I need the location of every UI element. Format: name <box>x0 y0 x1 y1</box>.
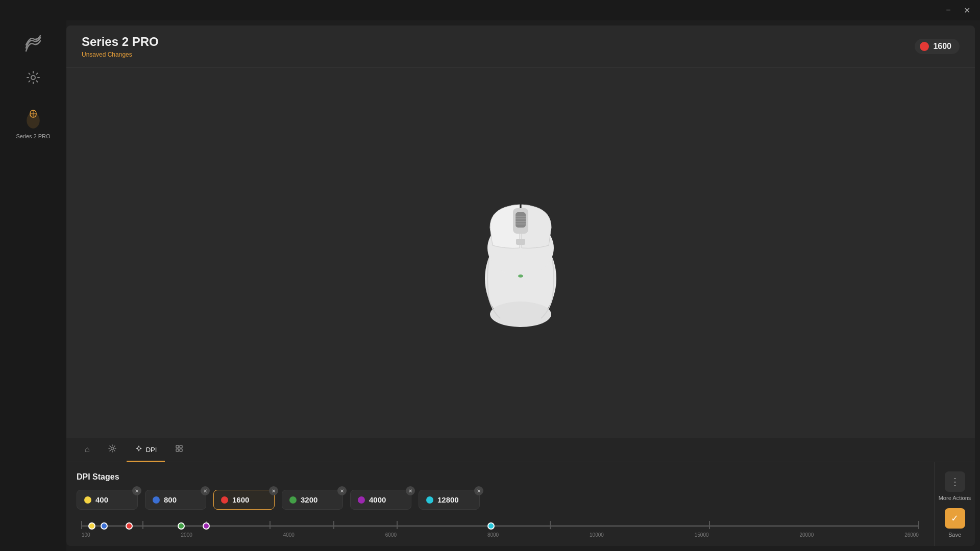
slider-label-15000: 15000 <box>695 532 709 538</box>
mouse-preview <box>66 68 975 438</box>
save-icon: ✓ <box>945 508 965 529</box>
right-panel: ⋮ More Actions ✓ Save <box>934 462 975 546</box>
dpi-stage-4[interactable]: 3200 ✕ <box>282 490 343 510</box>
dpi-slider-section: 100 2000 4000 6000 8000 10000 15000 2000… <box>77 525 924 546</box>
tick-4 <box>333 521 334 529</box>
dpi-main-content: DPI Stages 400 ✕ <box>66 462 934 546</box>
tick-6 <box>550 521 551 529</box>
svg-point-14 <box>490 302 551 327</box>
title-bar: − ✕ <box>0 0 980 20</box>
dpi-value-4: 3200 <box>301 495 326 504</box>
slider-label-2000: 2000 <box>181 532 192 538</box>
sidebar: Series 2 PRO <box>0 20 66 551</box>
svg-point-15 <box>518 274 523 278</box>
dpi-dot-2 <box>153 496 160 504</box>
svg-rect-17 <box>176 445 179 448</box>
dpi-dot-5 <box>358 496 365 504</box>
svg-rect-13 <box>516 239 525 245</box>
unsaved-changes: Unsaved Changes <box>82 51 159 58</box>
dpi-stage-2[interactable]: 800 ✕ <box>145 490 206 510</box>
dpi-remove-5[interactable]: ✕ <box>406 486 415 495</box>
device-label: Series 2 PRO <box>16 133 50 140</box>
more-actions-icon: ⋮ <box>945 471 965 492</box>
slider-label-26000: 26000 <box>904 532 919 538</box>
svg-rect-18 <box>180 445 182 448</box>
tick-5 <box>397 521 398 529</box>
tab-dpi[interactable]: DPI <box>127 438 165 462</box>
svg-rect-19 <box>176 449 179 452</box>
sidebar-device[interactable]: Series 2 PRO <box>16 105 50 140</box>
dpi-remove-1[interactable]: ✕ <box>132 486 141 495</box>
dpi-dot-3 <box>221 496 228 504</box>
svg-point-0 <box>31 76 35 80</box>
home-icon: ⌂ <box>85 445 90 454</box>
mouse-illustration <box>464 177 577 330</box>
tick-8 <box>918 521 919 529</box>
dpi-dot-1 <box>84 496 91 504</box>
slider-dot-800[interactable] <box>101 522 108 530</box>
tick-1 <box>142 521 143 529</box>
tick-0 <box>81 521 82 529</box>
save-button[interactable]: ✓ Save <box>945 508 965 538</box>
bottom-row: DPI Stages 400 ✕ <box>66 462 975 546</box>
dpi-dot-6 <box>426 496 433 504</box>
tab-bar: ⌂ <box>66 438 975 462</box>
sidebar-logo[interactable] <box>21 31 45 55</box>
svg-point-16 <box>111 447 113 450</box>
dpi-value-5: 4000 <box>369 495 395 504</box>
minimize-button[interactable]: − <box>941 3 955 17</box>
macros-icon <box>175 444 183 455</box>
slider-label-10000: 10000 <box>590 532 604 538</box>
dpi-stage-1[interactable]: 400 ✕ <box>77 490 138 510</box>
dpi-indicator-dot <box>920 42 929 51</box>
more-actions-button[interactable]: ⋮ More Actions <box>939 471 971 501</box>
tab-home[interactable]: ⌂ <box>77 439 98 461</box>
dpi-stage-6[interactable]: 12800 ✕ <box>419 490 480 510</box>
close-button[interactable]: ✕ <box>960 3 974 17</box>
window-controls: − ✕ <box>941 3 974 17</box>
dpi-remove-3[interactable]: ✕ <box>269 486 278 495</box>
main-layout: Series 2 PRO Series 2 PRO Unsaved Change… <box>0 20 980 551</box>
device-icon <box>21 105 45 130</box>
slider-label-8000: 8000 <box>487 532 499 538</box>
more-actions-label: More Actions <box>939 495 971 501</box>
dpi-remove-6[interactable]: ✕ <box>474 486 483 495</box>
device-header: Series 2 PRO Unsaved Changes 1600 <box>66 26 975 68</box>
sidebar-settings[interactable] <box>21 65 45 90</box>
save-label: Save <box>948 532 961 538</box>
app-window: − ✕ <box>0 0 980 551</box>
slider-dot-3200[interactable] <box>178 522 185 530</box>
dpi-value-1: 400 <box>95 495 121 504</box>
tab-settings[interactable] <box>100 438 125 462</box>
slider-label-20000: 20000 <box>799 532 814 538</box>
tick-3 <box>270 521 271 529</box>
content-area: Series 2 PRO Unsaved Changes 1600 <box>66 26 975 546</box>
dpi-tab-label: DPI <box>146 446 157 454</box>
dpi-slider-labels: 100 2000 4000 6000 8000 10000 15000 2000… <box>82 532 919 538</box>
dpi-remove-2[interactable]: ✕ <box>201 486 210 495</box>
dpi-icon <box>135 444 143 455</box>
dpi-slider-track[interactable] <box>82 525 919 527</box>
device-header-left: Series 2 PRO Unsaved Changes <box>82 35 159 58</box>
dpi-stage-3[interactable]: 1600 ✕ <box>213 490 275 510</box>
settings-tab-icon <box>108 444 116 455</box>
dpi-stage-5[interactable]: 4000 ✕ <box>350 490 411 510</box>
dpi-stages-title: DPI Stages <box>77 472 924 482</box>
dpi-content: DPI Stages 400 ✕ <box>66 462 934 546</box>
svg-rect-20 <box>180 449 182 452</box>
dpi-remove-4[interactable]: ✕ <box>337 486 347 495</box>
device-name: Series 2 PRO <box>82 35 159 49</box>
slider-label-4000: 4000 <box>283 532 295 538</box>
slider-dot-400[interactable] <box>88 522 95 530</box>
svg-rect-8 <box>516 212 526 228</box>
dpi-stages-row: 400 ✕ 800 ✕ <box>77 490 924 510</box>
slider-label-6000: 6000 <box>385 532 397 538</box>
slider-dot-4000[interactable] <box>203 522 210 530</box>
tick-7 <box>709 521 710 529</box>
bottom-panel: ⌂ <box>66 438 975 546</box>
slider-label-100: 100 <box>82 532 90 538</box>
slider-dot-12800[interactable] <box>487 522 495 530</box>
tab-macros[interactable] <box>167 438 191 462</box>
slider-dot-1600[interactable] <box>126 522 133 530</box>
dpi-badge-value: 1600 <box>933 42 951 51</box>
